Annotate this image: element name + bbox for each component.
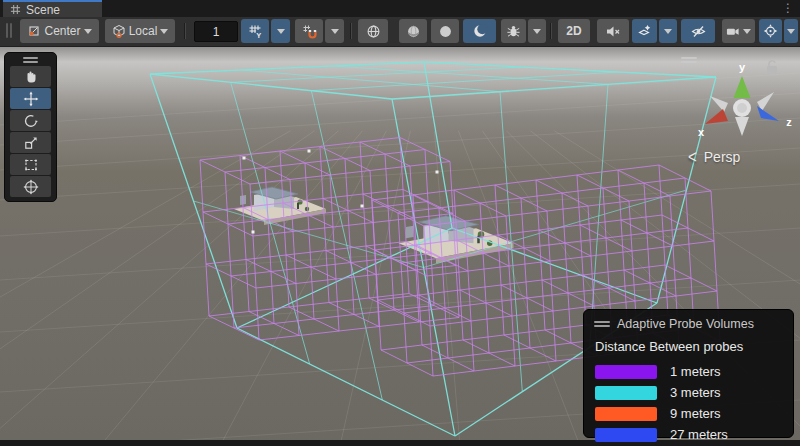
scale-tool-button[interactable] [10,132,51,153]
svg-text:Y: Y [256,30,261,39]
legend-title: Adaptive Probe Volumes [617,317,754,331]
snap-settings-button[interactable] [295,19,323,43]
chevron-down-icon [84,29,92,34]
hidden-objects-button[interactable] [681,19,715,43]
effects-dropdown[interactable] [659,19,677,43]
grid-snap-button[interactable]: Y [241,19,269,43]
scene-gizmo-button[interactable] [759,19,782,43]
chevron-down-icon [277,29,285,34]
legend-row: 27 meters [595,424,783,445]
rect-icon [23,157,39,173]
move-tool-button[interactable] [10,88,51,109]
toolbar-separator [184,23,185,39]
scene-toolbar: Center Local Y [0,17,800,47]
toolbar-separator [350,23,351,39]
legend-subtitle: Distance Between probes [595,339,783,354]
filled-circle-icon [438,24,453,39]
shaded-sphere-icon [406,24,421,39]
move-icon [23,91,39,107]
2d-toggle-button[interactable]: 2D [558,19,590,43]
legend-swatch [595,428,657,442]
eye-slash-icon [690,24,707,39]
toolbar-drag-handle[interactable] [6,23,12,38]
bug-icon [506,24,521,39]
gizmo-crosshair-icon [763,23,778,39]
grid-snap-dropdown[interactable] [271,19,290,43]
legend-label: 27 meters [670,427,728,442]
shaded-sphere-button[interactable] [399,19,427,43]
orientation-label: Local [129,24,158,38]
chevron-down-icon [533,29,541,34]
tools-overlay [4,52,57,202]
tools-drag-handle[interactable] [23,57,38,63]
rect-tool-button[interactable] [10,154,51,175]
light-circle-button[interactable] [431,19,459,43]
moon-icon [472,23,488,39]
audio-toggle-button[interactable] [597,19,629,43]
scale-icon [23,135,39,151]
chevron-down-icon [160,29,168,34]
legend-swatch [595,407,657,421]
transform-icon [23,179,39,195]
debug-bug-dropdown[interactable] [528,19,546,43]
wire-globe-icon [366,24,381,39]
debug-bug-button[interactable] [501,19,526,43]
legend-label: 1 meters [670,364,721,379]
gizmo-drag-handle[interactable] [681,55,697,65]
effects-button[interactable] [632,19,657,43]
chevron-down-icon [331,29,339,34]
grid-size-input[interactable] [194,21,238,42]
rotate-icon [23,113,39,129]
legend-label: 9 meters [670,406,721,421]
pivot-icon [27,24,41,38]
legend-label: 3 meters [670,385,721,400]
projection-toggle[interactable]: < Persp [688,148,740,165]
tab-title: Scene [26,3,60,17]
snap-magnet-icon [302,24,317,39]
grid-tab-icon [10,4,21,15]
camera-icon [726,25,740,38]
hand-tool-button[interactable] [10,66,51,87]
chevron-down-icon [664,29,672,34]
chevron-down-icon [787,29,795,34]
audio-muted-icon [605,24,621,39]
rotate-tool-button[interactable] [10,110,51,131]
unity-scene-view: Scene ⋮ Center Local [0,0,800,446]
more-options-icon[interactable]: ⋮ [782,1,794,16]
tab-bar: Scene ⋮ [0,0,800,17]
scene-gizmo-dropdown[interactable] [784,19,798,43]
toolbar-separator [550,23,551,39]
chevron-down-icon [743,29,751,34]
probe-volumes-legend: Adaptive Probe Volumes Distance Between … [583,309,794,438]
dark-mode-button[interactable] [463,19,496,43]
snap-settings-dropdown[interactable] [325,19,344,43]
camera-settings-dropdown[interactable] [722,19,755,43]
tab-scene[interactable]: Scene [3,0,102,17]
legend-row: 3 meters [595,382,783,403]
grid-snap-icon: Y [248,24,263,39]
render-mode-button[interactable] [358,19,388,43]
cube-icon [112,24,126,38]
projection-label: Persp [704,149,741,165]
legend-row: 9 meters [595,403,783,424]
persp-arrow-icon: < [688,146,697,167]
pivot-mode-label: Center [44,24,80,38]
effects-icon [637,24,652,39]
orientation-dropdown[interactable]: Local [105,19,175,43]
legend-swatch [595,386,657,400]
transform-tool-button[interactable] [10,176,51,197]
legend-rows: 1 meters3 meters9 meters27 meters [594,361,783,445]
hand-icon [23,69,39,85]
legend-swatch [595,365,657,379]
pivot-mode-dropdown[interactable]: Center [20,19,99,43]
legend-row: 1 meters [595,361,783,382]
legend-drag-handle[interactable] [594,319,610,329]
